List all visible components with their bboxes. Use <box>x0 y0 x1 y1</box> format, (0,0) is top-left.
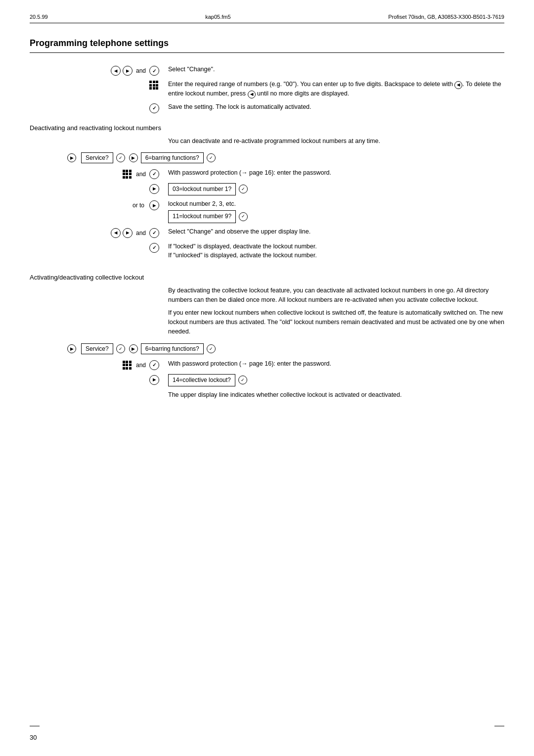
arrow-right-icon-5 <box>149 375 159 385</box>
arrow-right-icon-3 <box>149 200 159 210</box>
icon-col-lockout03 <box>30 183 168 194</box>
check-lockout-11: ✓ <box>239 212 248 221</box>
service-box-2: Service? <box>81 343 113 354</box>
icon-col-locked <box>30 242 168 253</box>
upper-display-text: The upper display line indicates whether… <box>168 390 504 399</box>
and-label-1: and <box>136 67 146 74</box>
arrow-right-icon-4 <box>123 228 133 238</box>
inline-arrow-left-icon-2 <box>248 91 256 98</box>
section-heading-deactivating: Deactivating and reactivating lockout nu… <box>30 124 504 132</box>
header-center: kap05.fm5 <box>205 14 230 20</box>
collective-box-col: 14=collective lockout? ✓ <box>168 374 504 386</box>
arrow-right-icon-2 <box>149 184 159 194</box>
icon-col-pw1: and <box>30 168 168 179</box>
instruction-row-enter-range: Enter the required range of numbers (e.g… <box>30 80 504 98</box>
check-icon-1 <box>149 66 159 76</box>
barring-box-1: 6=barring functions? <box>141 152 204 163</box>
instruction-row-save: Save the setting. The lock is automatica… <box>30 102 504 113</box>
icon-col-2 <box>30 80 168 90</box>
enter-range-text: Enter the required range of numbers (e.g… <box>168 80 504 98</box>
page: 20.5.99 kap05.fm5 Profiset 70isdn, GB, A… <box>0 0 534 756</box>
service-row-2: ▶ Service? ✓ ▶ 6=barring functions? ✓ <box>30 343 504 354</box>
collective-desc-text-2: If you enter new lockout numbers when co… <box>168 308 504 336</box>
header-right: Profiset 70isdn, GB, A30853-X300-B501-3-… <box>388 14 504 20</box>
check-icon-pw1 <box>149 169 159 179</box>
check-icon-4 <box>149 243 159 253</box>
service-box-1: Service? <box>81 152 113 163</box>
footer-rule-left <box>30 726 40 726</box>
icon-col-observe: and <box>30 227 168 238</box>
inline-arrow-left-icon <box>454 81 462 89</box>
header-left: 20.5.99 <box>30 14 48 20</box>
collective-box: 14=collective lockout? <box>168 374 235 386</box>
password-text-1: With password protection (→ page 16): en… <box>168 168 504 177</box>
lockout-03-col: 03=lockout number 1? ✓ <box>168 183 504 195</box>
check-collective: ✓ <box>238 376 247 384</box>
check-icon-pw2 <box>149 360 159 370</box>
page-footer: 30 <box>30 734 504 741</box>
instruction-row-password-1: and With password protection (→ page 16)… <box>30 168 504 179</box>
play-icon-2: ▶ <box>67 344 76 353</box>
icon-col-lockout11: or to <box>30 199 168 210</box>
observe-text: Select "Change" and observe the upper di… <box>168 227 504 236</box>
check-icon-2 <box>149 103 159 113</box>
section-heading-activating: Activating/deactivating collective locko… <box>30 274 504 281</box>
deactivating-sub-text: You can deactivate and re-activate progr… <box>168 137 504 145</box>
select-change-text: Select "Change". <box>168 65 504 74</box>
arrow-right-icon <box>123 66 133 76</box>
icon-col-1: and <box>30 65 168 76</box>
play-icon-1: ▶ <box>67 153 76 162</box>
and-label-4: and <box>136 362 146 369</box>
instruction-row-password-2: and With password protection (→ page 16)… <box>30 359 504 370</box>
lockout-11-col: lockout number 2, 3, etc. 11=lockout num… <box>168 199 504 223</box>
page-header: 20.5.99 kap05.fm5 Profiset 70isdn, GB, A… <box>0 0 534 20</box>
and-label-3: and <box>136 230 146 236</box>
locked-text: If "locked" is displayed, deactivate the… <box>168 242 504 260</box>
icon-col-pw2: and <box>30 359 168 370</box>
collective-desc-1: By deactivating the collective lockout f… <box>168 286 504 336</box>
and-label-2: and <box>136 171 146 178</box>
save-text: Save the setting. The lock is automatica… <box>168 102 504 111</box>
footer-rule-right <box>494 726 504 726</box>
page-title: Programming telephone settings <box>30 38 504 53</box>
service-row-1: ▶ Service? ✓ ▶ 6=barring functions? ✓ <box>30 152 504 163</box>
arrow-left-icon <box>111 66 121 76</box>
instruction-row-lockout-03: 03=lockout number 1? ✓ <box>30 183 504 195</box>
instruction-row-select-change: and Select "Change". <box>30 65 504 76</box>
check-lockout-03: ✓ <box>239 185 248 193</box>
icon-col-upper-display <box>30 390 168 391</box>
instruction-row-locked: If "locked" is displayed, deactivate the… <box>30 242 504 260</box>
check-small-2: ✓ <box>207 153 216 162</box>
keyboard-grid-icon <box>149 81 158 90</box>
instruction-row-lockout-11: or to lockout number 2, 3, etc. 11=locko… <box>30 199 504 223</box>
barring-box-2: 6=barring functions? <box>141 343 204 354</box>
or-to-label: or to <box>133 202 144 209</box>
password-text-2: With password protection (→ page 16): en… <box>168 359 504 368</box>
arrow-left-icon-2 <box>111 228 121 238</box>
check-small-3: ✓ <box>116 344 125 353</box>
arrow-small-2: ▶ <box>129 344 138 353</box>
icon-col-3 <box>30 102 168 113</box>
if-unlocked-text: If "unlocked" is displayed, activate the… <box>168 251 504 260</box>
keyboard-grid-icon-2 <box>123 170 132 179</box>
arrow-small-1: ▶ <box>129 153 138 162</box>
instruction-row-observe: and Select "Change" and observe the uppe… <box>30 227 504 238</box>
icon-col-collective <box>30 374 168 385</box>
check-small-4: ✓ <box>207 344 216 353</box>
main-content: Programming telephone settings and Selec… <box>0 23 534 423</box>
lockout-03-box: 03=lockout number 1? <box>168 183 236 195</box>
page-number: 30 <box>30 734 37 741</box>
instruction-row-upper-display: The upper display line indicates whether… <box>30 390 504 399</box>
keyboard-grid-icon-3 <box>123 361 132 370</box>
lockout-number-2-text: lockout number 2, 3, etc. <box>168 199 504 208</box>
lockout-11-box: 11=lockout number 9? <box>168 210 236 223</box>
collective-desc-text-1: By deactivating the collective lockout f… <box>168 286 504 305</box>
instruction-row-collective: 14=collective lockout? ✓ <box>30 374 504 386</box>
check-icon-3 <box>149 228 159 238</box>
if-locked-text: If "locked" is displayed, deactivate the… <box>168 242 504 251</box>
check-small-1: ✓ <box>116 153 125 162</box>
